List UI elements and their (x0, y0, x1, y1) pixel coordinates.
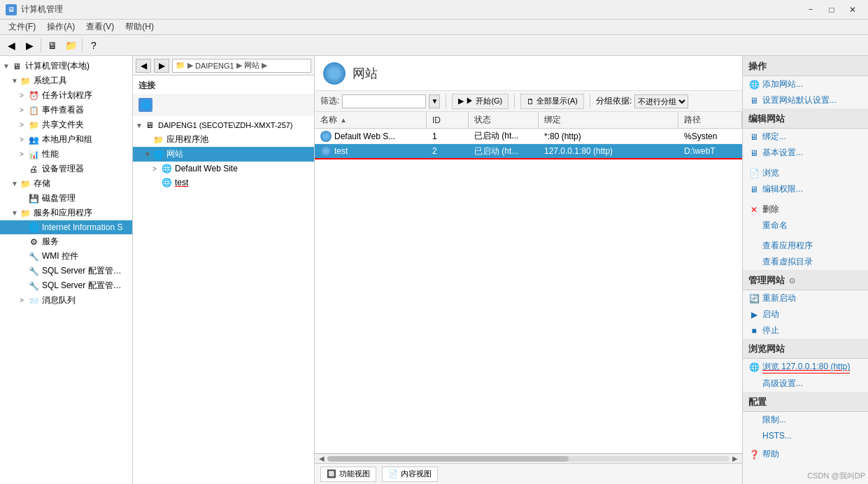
menu-view[interactable]: 查看(V) (80, 20, 120, 34)
advanced-settings-icon (748, 378, 760, 390)
browse-ip-action[interactable]: 🌐 浏览 127.0.0.1:80 (http) (743, 359, 868, 376)
col-status-label: 状态 (474, 114, 491, 126)
showall-button[interactable]: 🗒 全部显示(A) (520, 94, 584, 109)
row2-globe-icon (320, 145, 332, 157)
mt-arrow: > (152, 165, 161, 173)
mt-label: Default Web Site (175, 164, 238, 173)
middle-forward-button[interactable]: ▶ (154, 59, 169, 73)
scrollbar-track[interactable] (327, 456, 730, 462)
content-view-button[interactable]: 📄 内容视图 (382, 467, 438, 482)
address-part-2: 网站 (244, 60, 259, 71)
queue-icon: 📨 (28, 295, 39, 306)
view-vdirs-action[interactable]: 查看虚拟目录 (743, 254, 868, 270)
col-header-binding[interactable]: 绑定 (539, 112, 678, 128)
tree-item-devicemgr[interactable]: 🖨 设备管理器 (0, 162, 132, 176)
mt-item-websites[interactable]: ▼ 🌐 网站 (133, 147, 314, 162)
toolbar-help-button[interactable]: ? (85, 37, 102, 54)
tree-label: 性能 (42, 148, 59, 160)
tree-item-computer[interactable]: ▼ 🖥 计算机管理(本地) (0, 59, 132, 73)
basic-settings-icon: 🖥 (748, 148, 760, 159)
group-select[interactable]: 不进行分组 (634, 94, 688, 108)
mt-label: DAIPENG1 (SECOTE\ZDH-XMXT-257) (158, 121, 293, 129)
minimize-button[interactable]: － (801, 3, 820, 17)
view-apps-action[interactable]: 查看应用程序 (743, 238, 868, 254)
col-header-id[interactable]: ID (427, 112, 469, 128)
mt-item-test[interactable]: 🌐 test (133, 176, 314, 190)
tree-item-sharedfolder[interactable]: > 📁 共享文件夹 (0, 118, 132, 132)
row1-name: Default Web S... (315, 129, 427, 143)
default-settings-action[interactable]: 🖥 设置网站默认设置... (743, 92, 868, 108)
browse-action[interactable]: 📄 浏览 (743, 165, 868, 181)
tree-item-performance[interactable]: > 📊 性能 (0, 147, 132, 162)
basic-settings-action[interactable]: 🖥 基本设置... (743, 145, 868, 161)
limits-action[interactable]: 限制... (743, 412, 868, 428)
toolbar-back-button[interactable]: ◀ (3, 37, 20, 54)
tree-item-wmi[interactable]: 🔧 WMI 控件 (0, 249, 132, 264)
feature-view-button[interactable]: 🔲 功能视图 (320, 467, 376, 482)
mt-arrow: ▼ (144, 150, 152, 158)
edit-website-title: 编辑网站 (743, 108, 868, 129)
tree-item-taskscheduler[interactable]: > ⏰ 任务计划程序 (0, 88, 132, 103)
tree-item-diskmgmt[interactable]: 💾 磁盘管理 (0, 191, 132, 206)
right-panel: 操作 🌐 添加网站... 🖥 设置网站默认设置... 编辑网站 🖥 绑定... … (742, 56, 868, 484)
mt-item-server[interactable]: ▼ 🖥 DAIPENG1 (SECOTE\ZDH-XMXT-257) (133, 118, 314, 132)
tree-item-sqlconfig2[interactable]: 🔧 SQL Server 配置管理器 (0, 278, 132, 293)
tree-item-msmq[interactable]: > 📨 消息队列 (0, 293, 132, 308)
toolbar-forward-button[interactable]: ▶ (21, 37, 38, 54)
restart-action[interactable]: 🔄 重新启动 (743, 290, 868, 306)
toolbar-folder-button[interactable]: 📁 (62, 37, 79, 54)
tree-item-iis[interactable]: 🌐 Internet Information S (0, 220, 132, 234)
col-header-name[interactable]: 名称 ▲ (315, 112, 427, 128)
window-controls[interactable]: － □ ✕ (801, 3, 862, 17)
row1-id: 1 (427, 129, 469, 143)
menu-file[interactable]: 文件(F) (3, 20, 41, 34)
tree-item-localusers[interactable]: > 👥 本地用户和组 (0, 132, 132, 147)
manage-collapse-button[interactable]: ⊙ (785, 274, 799, 287)
filter-dropdown-button[interactable]: ▼ (429, 94, 440, 108)
tree-item-storage[interactable]: ▼ 📁 存储 (0, 176, 132, 191)
menu-action[interactable]: 操作(A) (41, 20, 80, 34)
showall-icon: 🗒 (527, 97, 534, 106)
task-icon: ⏰ (28, 90, 39, 101)
col-header-path[interactable]: 路径 (678, 112, 742, 128)
start-action[interactable]: ▶ 启动 (743, 306, 868, 322)
rename-action[interactable]: 重命名 (743, 218, 868, 234)
scroll-left-arrow[interactable]: ◀ (316, 455, 327, 462)
middle-toolbar-icon: 🌐 (138, 98, 152, 112)
add-website-action[interactable]: 🌐 添加网站... (743, 76, 868, 92)
toolbar-up-button[interactable]: 🖥 (44, 37, 61, 54)
tree-item-services[interactable]: ⚙ 服务 (0, 234, 132, 249)
hsts-action[interactable]: HSTS... (743, 428, 868, 443)
delete-action[interactable]: ✕ 删除 (743, 201, 868, 218)
tree-item-sqlconfig1[interactable]: 🔧 SQL Server 配置管理器 (0, 264, 132, 278)
col-header-status[interactable]: 状态 (469, 112, 539, 128)
add-website-label: 添加网站... (762, 78, 803, 90)
storage-icon: 📁 (20, 178, 31, 190)
edit-perms-action[interactable]: 🖥 编辑权限... (743, 181, 868, 197)
stop-action[interactable]: ■ 停止 (743, 322, 868, 339)
scrollbar-thumb[interactable] (327, 456, 569, 462)
start-button[interactable]: ▶ ▶ 开始(G) (452, 94, 508, 109)
table-row[interactable]: Default Web S... 1 已启动 (ht... *:80 (http… (315, 129, 742, 144)
stop-icon: ■ (748, 325, 760, 336)
table-row-selected[interactable]: test 2 已启动 (ht... 127.0.0.1:80 (http) D:… (315, 144, 742, 159)
view-apps-label: 查看应用程序 (762, 240, 813, 252)
maximize-button[interactable]: □ (822, 3, 841, 17)
tree-label: 存储 (34, 178, 50, 190)
tree-item-svcapp[interactable]: ▼ 📁 服务和应用程序 (0, 206, 132, 220)
view-vdirs-icon (748, 257, 760, 268)
filter-input[interactable] (342, 94, 426, 108)
close-button[interactable]: ✕ (843, 3, 862, 17)
mt-item-defaultweb[interactable]: > 🌐 Default Web Site (133, 162, 314, 176)
scroll-right-arrow[interactable]: ▶ (730, 455, 741, 462)
tree-item-systemtools[interactable]: ▼ 📁 系统工具 (0, 73, 132, 88)
tree-item-eventviewer[interactable]: > 📋 事件查看器 (0, 103, 132, 118)
help-action[interactable]: ❓ 帮助 (743, 446, 868, 462)
content-table: 名称 ▲ ID 状态 绑定 路径 (315, 112, 742, 484)
middle-back-button[interactable]: ◀ (136, 59, 151, 73)
advanced-settings-action[interactable]: 高级设置... (743, 376, 868, 392)
binding-action[interactable]: 🖥 绑定... (743, 129, 868, 145)
mt-item-apppool[interactable]: 📁 应用程序池 (133, 132, 314, 147)
menu-help[interactable]: 帮助(H) (120, 20, 159, 34)
horizontal-scrollbar[interactable]: ◀ ▶ (315, 453, 742, 463)
